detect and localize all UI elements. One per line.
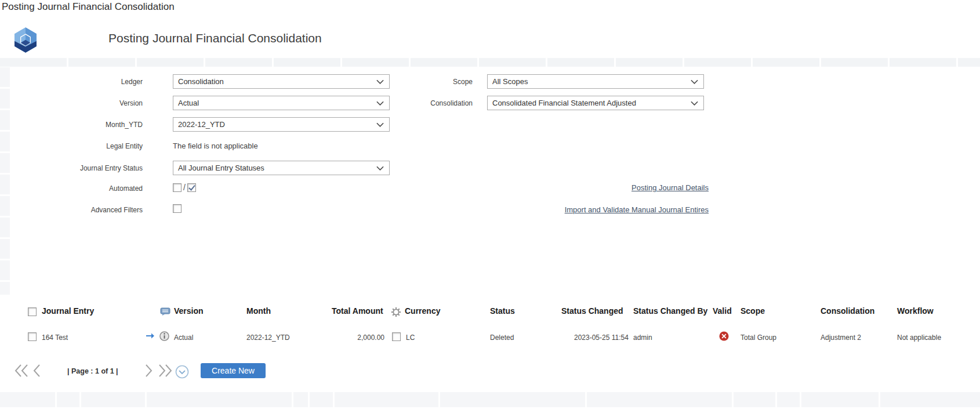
select-all-checkbox[interactable] — [28, 307, 37, 316]
consolidation-select[interactable]: Consolidated Financial Statement Adjuste… — [487, 96, 704, 110]
col-currency: Currency — [405, 306, 440, 316]
cell-consolidation: Adjustment 2 — [821, 334, 861, 342]
journal-entry-status-value: All Journal Entry Statuses — [178, 164, 264, 172]
col-consolidation: Consolidation — [821, 306, 874, 316]
cell-month: 2022-12_YTD — [246, 334, 290, 342]
scope-label: Scope — [339, 74, 473, 86]
col-total-amount: Total Amount — [332, 306, 383, 316]
automated-true-checkbox[interactable] — [187, 183, 196, 192]
grid-strip-left — [0, 67, 10, 295]
version-label: Version — [9, 96, 143, 107]
journal-entry-status-label: Journal Entry Status — [9, 161, 143, 172]
cell-scope: Total Group — [741, 334, 776, 342]
checkbox-separator: / — [183, 183, 186, 192]
col-version: Version — [174, 306, 204, 316]
col-scope: Scope — [741, 306, 765, 316]
first-page-icon[interactable] — [14, 364, 29, 378]
col-workflow: Workflow — [897, 306, 934, 316]
cell-currency: LC — [406, 334, 415, 342]
col-valid: Valid — [713, 306, 732, 316]
col-month: Month — [246, 306, 271, 316]
chevron-down-icon — [691, 101, 698, 106]
create-new-button[interactable]: Create New — [201, 363, 266, 378]
cell-total-amount: 2,000.00 — [325, 334, 384, 342]
col-status: Status — [490, 306, 515, 316]
grid-band-bottom — [0, 392, 980, 407]
automated-label: Automated — [9, 181, 143, 193]
window-title: Posting Journal Financial Consolidation — [2, 1, 175, 13]
page-menu-icon[interactable] — [175, 365, 189, 379]
month-ytd-value: 2022-12_YTD — [178, 120, 225, 129]
last-page-icon[interactable] — [158, 364, 173, 378]
grid-band-top — [0, 58, 980, 67]
col-journal-entry: Journal Entry — [42, 306, 94, 316]
advanced-filters-checkbox[interactable] — [173, 204, 182, 213]
cell-journal-entry[interactable]: 164 Test — [42, 334, 68, 342]
next-page-icon[interactable] — [145, 364, 153, 378]
month-ytd-select[interactable]: 2022-12_YTD — [173, 117, 390, 132]
automated-checkbox-group: / — [173, 183, 196, 192]
chevron-down-icon — [691, 79, 698, 85]
page-title: Posting Journal Financial Consolidation — [108, 31, 322, 45]
version-value: Actual — [178, 99, 199, 107]
col-status-changed: Status Changed — [561, 306, 623, 316]
col-status-changed-by: Status Changed By — [633, 306, 707, 316]
legal-entity-value: The field is not applicable — [173, 139, 258, 150]
cell-status: Deleted — [490, 334, 514, 342]
advanced-filters-label: Advanced Filters — [9, 202, 143, 214]
scope-value: All Scopes — [492, 77, 528, 86]
arrow-right-icon[interactable] — [146, 332, 155, 339]
invalid-red-x-icon — [719, 331, 729, 341]
automated-false-checkbox[interactable] — [173, 183, 182, 192]
chevron-down-icon — [376, 166, 384, 171]
comment-icon — [160, 307, 170, 316]
cell-version: Actual — [174, 334, 193, 342]
grid-divider — [55, 392, 57, 407]
gear-icon[interactable] — [391, 307, 401, 317]
page: Posting Journal Financial Consolidation … — [0, 0, 980, 413]
app-logo-icon — [14, 27, 37, 53]
import-validate-manual-journal-entries-link[interactable]: Import and Validate Manual Journal Entir… — [565, 205, 709, 214]
grid-divider — [775, 392, 777, 407]
cell-status-changed: 2023-05-25 11:54 — [574, 334, 629, 342]
ledger-value: Consolidation — [178, 77, 224, 86]
grid-divider — [333, 392, 335, 407]
currency-checkbox[interactable] — [392, 332, 401, 341]
consolidation-value: Consolidated Financial Statement Adjuste… — [492, 99, 636, 107]
grid-divider — [308, 392, 310, 407]
chevron-down-icon — [376, 122, 384, 128]
page-indicator: | Page : 1 of 1 | — [67, 367, 118, 375]
ledger-label: Ledger — [9, 74, 143, 86]
info-icon[interactable] — [159, 331, 169, 341]
scope-select[interactable]: All Scopes — [487, 74, 704, 89]
cell-workflow: Not applicable — [897, 334, 941, 342]
row-checkbox[interactable] — [28, 332, 37, 341]
grid-divider — [800, 392, 801, 407]
cell-status-changed-by: admin — [633, 334, 652, 342]
grid-divider — [79, 392, 81, 407]
legal-entity-label: Legal Entity — [9, 139, 143, 150]
posting-journal-details-link[interactable]: Posting Journal Details — [631, 183, 709, 192]
prev-page-icon[interactable] — [32, 364, 41, 378]
journal-entry-status-select[interactable]: All Journal Entry Statuses — [173, 161, 390, 175]
month-ytd-label: Month_YTD — [9, 117, 143, 129]
consolidation-label: Consolidation — [339, 96, 473, 107]
